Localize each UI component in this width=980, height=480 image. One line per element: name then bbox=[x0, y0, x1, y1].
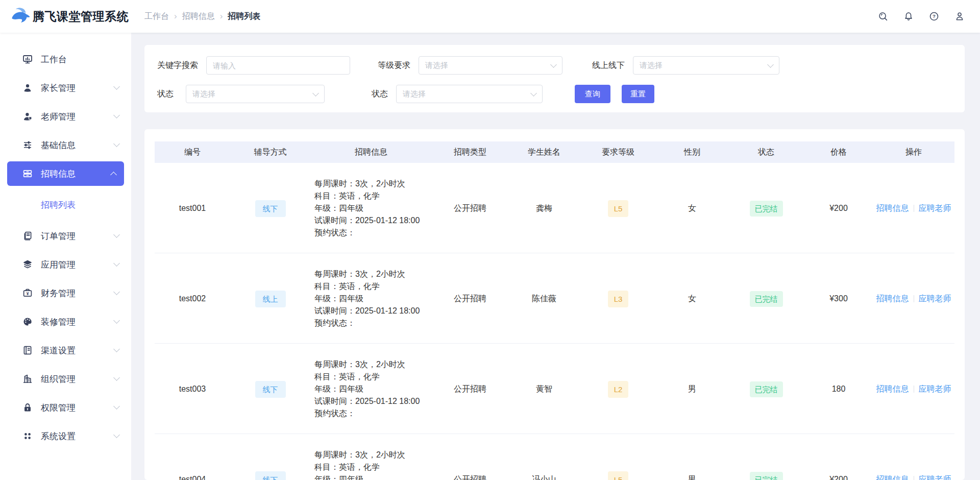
status-select-1[interactable]: 请选择 bbox=[186, 85, 325, 103]
reset-button[interactable]: 重置 bbox=[622, 85, 654, 103]
chevron-down-icon bbox=[550, 61, 557, 68]
chevron-down-icon bbox=[113, 231, 120, 238]
recruit-info-link[interactable]: 招聘信息 bbox=[876, 294, 909, 303]
sidebar-item-decoration[interactable]: 装修管理 bbox=[0, 307, 131, 336]
online-offline-label: 线上线下 bbox=[592, 60, 625, 71]
chevron-down-icon bbox=[113, 374, 120, 381]
sidebar-item-permissions[interactable]: 权限管理 bbox=[0, 393, 131, 422]
sidebar-item-orders[interactable]: 订单管理 bbox=[0, 222, 131, 250]
filter-panel: 关键字搜索 等级要求 请选择 线上线下 请选择 bbox=[144, 45, 965, 112]
table-row: test004 线下 每周课时：3次，2小时次 科目：英语，化学 年级：四年级 … bbox=[155, 434, 954, 480]
logo-bird-icon bbox=[9, 6, 33, 27]
link-divider bbox=[914, 476, 914, 480]
col-header-id: 编号 bbox=[155, 147, 230, 158]
status-tag: 已完结 bbox=[750, 291, 783, 307]
cell-id: test002 bbox=[155, 294, 230, 303]
sidebar-item-label: 订单管理 bbox=[41, 230, 114, 242]
help-icon[interactable]: ? bbox=[928, 10, 940, 22]
status-tag: 已完结 bbox=[750, 472, 783, 480]
sidebar-item-channels[interactable]: 渠道设置 bbox=[0, 336, 131, 365]
sidebar-item-finance[interactable]: ¥ 财务管理 bbox=[0, 279, 131, 307]
bell-icon[interactable] bbox=[902, 10, 915, 22]
table-header-row: 编号 辅导方式 招聘信息 招聘类型 学生姓名 要求等级 性别 状态 价格 操作 bbox=[155, 141, 954, 163]
cell-recruit-info: 每周课时：3次，2小时次 科目：英语，化学 年级：四年级 试课时间：2025-0… bbox=[310, 358, 432, 420]
method-tag: 线下 bbox=[255, 471, 286, 480]
sidebar-item-organization[interactable]: 组织管理 bbox=[0, 365, 131, 393]
level-tag: L3 bbox=[608, 291, 629, 307]
sidebar-item-applications[interactable]: 应用管理 bbox=[0, 250, 131, 279]
cell-price: ¥300 bbox=[804, 294, 873, 303]
cell-type: 公开招聘 bbox=[432, 384, 508, 395]
sidebar-item-label: 渠道设置 bbox=[41, 345, 114, 356]
sidebar-item-label: 家长管理 bbox=[41, 82, 114, 94]
method-tag: 线上 bbox=[255, 291, 286, 307]
cell-gender: 男 bbox=[656, 474, 728, 480]
online-offline-select[interactable]: 请选择 bbox=[633, 56, 779, 75]
brand: 腾飞课堂管理系统 bbox=[9, 6, 131, 27]
apply-teacher-link[interactable]: 应聘老师 bbox=[919, 475, 951, 480]
level-select[interactable]: 请选择 bbox=[419, 56, 562, 75]
cell-id: test003 bbox=[155, 385, 230, 394]
col-header-price: 价格 bbox=[804, 147, 873, 158]
status-label: 状态 bbox=[372, 89, 388, 100]
select-placeholder: 请选择 bbox=[640, 61, 663, 70]
breadcrumb-item-recruit-info[interactable]: 招聘信息 bbox=[182, 11, 215, 22]
col-header-gender: 性别 bbox=[656, 147, 728, 158]
sidebar-item-teachers[interactable]: 老师管理 bbox=[0, 102, 131, 131]
chevron-down-icon bbox=[113, 112, 120, 118]
recruit-info-link[interactable]: 招聘信息 bbox=[876, 385, 909, 393]
sidebar-subitem-recruit-list[interactable]: 招聘列表 bbox=[0, 188, 131, 222]
sidebar-item-basic-info[interactable]: 基础信息 bbox=[0, 131, 131, 159]
search-button[interactable]: 查询 bbox=[575, 85, 610, 103]
apply-teacher-link[interactable]: 应聘老师 bbox=[919, 294, 951, 303]
apply-teacher-link[interactable]: 应聘老师 bbox=[919, 204, 951, 212]
breadcrumb: 工作台 › 招聘信息 › 招聘列表 bbox=[144, 11, 877, 22]
keyword-input[interactable] bbox=[206, 56, 350, 75]
app-title: 腾飞课堂管理系统 bbox=[33, 9, 129, 25]
table-row: test001 线下 每周课时：3次，2小时次 科目：英语，化学 年级：四年级 … bbox=[155, 163, 954, 253]
col-header-level: 要求等级 bbox=[580, 147, 656, 158]
cell-gender: 女 bbox=[656, 203, 728, 214]
cell-type: 公开招聘 bbox=[432, 294, 508, 304]
breadcrumb-item-recruit-list: 招聘列表 bbox=[228, 11, 260, 22]
system-settings-icon bbox=[22, 431, 33, 441]
sidebar-item-system[interactable]: 系统设置 bbox=[0, 422, 131, 450]
cell-price: ¥200 bbox=[804, 475, 873, 480]
user-icon[interactable] bbox=[953, 10, 966, 22]
table-row: test002 线上 每周课时：3次，2小时次 科目：英语，化学 年级：四年级 … bbox=[155, 253, 954, 344]
workbench-icon bbox=[22, 54, 33, 64]
level-tag: L5 bbox=[608, 471, 629, 480]
cell-id: test001 bbox=[155, 204, 230, 213]
topbar-actions: ? bbox=[877, 10, 966, 22]
cell-id: test004 bbox=[155, 475, 230, 480]
cell-student-name: 陈佳薇 bbox=[508, 294, 580, 304]
top-header: 腾飞课堂管理系统 工作台 › 招聘信息 › 招聘列表 ? bbox=[0, 0, 980, 33]
sidebar-item-label: 组织管理 bbox=[41, 373, 114, 385]
sidebar-item-label: 工作台 bbox=[41, 54, 119, 65]
status-tag: 已完结 bbox=[750, 201, 783, 217]
sidebar-item-label: 老师管理 bbox=[41, 111, 114, 123]
sidebar-item-label: 招聘信息 bbox=[41, 168, 111, 180]
sidebar-item-label: 系统设置 bbox=[41, 430, 114, 442]
select-placeholder: 请选择 bbox=[403, 89, 426, 99]
col-header-method: 辅导方式 bbox=[230, 147, 310, 158]
sidebar-item-label: 应用管理 bbox=[41, 259, 114, 271]
basic-info-icon bbox=[22, 140, 33, 150]
level-tag: L2 bbox=[608, 381, 629, 398]
recruit-info-link[interactable]: 招聘信息 bbox=[876, 204, 909, 212]
recruitment-icon bbox=[22, 169, 33, 179]
breadcrumb-item-workbench[interactable]: 工作台 bbox=[144, 11, 169, 22]
sidebar-item-label: 基础信息 bbox=[41, 139, 114, 151]
search-icon[interactable] bbox=[877, 10, 889, 22]
status-tag: 已完结 bbox=[750, 381, 783, 397]
recruit-info-link[interactable]: 招聘信息 bbox=[876, 475, 909, 480]
sidebar-item-recruitment[interactable]: 招聘信息 bbox=[7, 161, 124, 186]
status-select-2[interactable]: 请选择 bbox=[396, 85, 543, 103]
chevron-down-icon bbox=[530, 90, 537, 97]
sidebar-item-workbench[interactable]: 工作台 bbox=[0, 45, 131, 74]
sidebar-item-parents[interactable]: 家长管理 bbox=[0, 74, 131, 102]
select-placeholder: 请选择 bbox=[192, 89, 215, 99]
chevron-down-icon bbox=[767, 61, 774, 68]
apply-teacher-link[interactable]: 应聘老师 bbox=[919, 385, 951, 393]
cell-recruit-info: 每周课时：3次，2小时次 科目：英语，化学 年级：四年级 试课时间：2025-0… bbox=[310, 178, 432, 239]
